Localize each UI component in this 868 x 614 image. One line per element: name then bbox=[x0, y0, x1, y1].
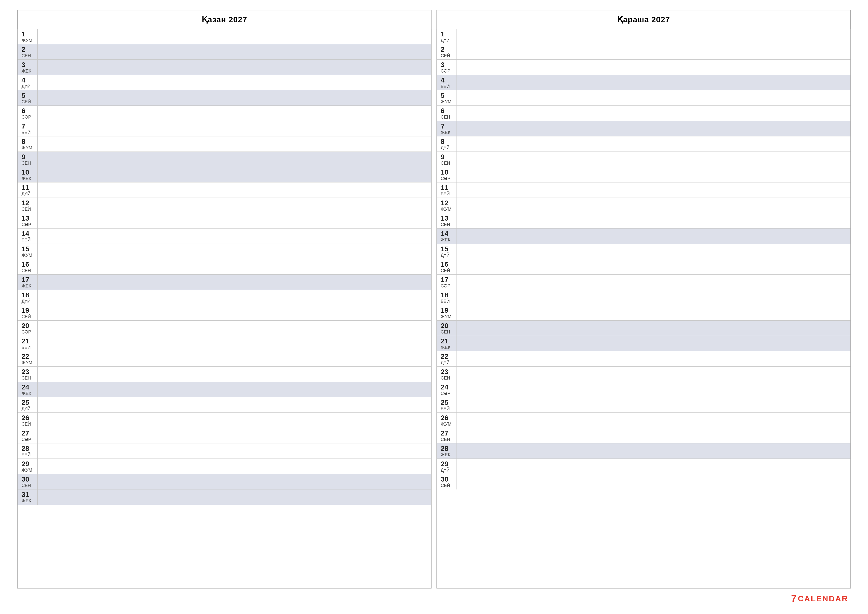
day-number: 12 bbox=[441, 199, 448, 207]
day-number: 7 bbox=[22, 123, 25, 130]
day-number-col: 10СӘР bbox=[437, 167, 457, 182]
day-name: СӘР bbox=[441, 176, 450, 181]
day-row: 8ДҮЙ bbox=[437, 137, 851, 152]
day-name: СӘР bbox=[22, 437, 31, 442]
day-row: 6СӘР bbox=[17, 106, 431, 121]
day-number: 18 bbox=[22, 291, 29, 299]
day-content bbox=[37, 336, 431, 351]
day-name: ДҮЙ bbox=[441, 361, 450, 365]
day-number: 1 bbox=[22, 30, 25, 38]
day-number: 1 bbox=[441, 30, 445, 38]
day-row: 28БЕЙ bbox=[17, 443, 431, 459]
day-name: ЖЕК bbox=[441, 238, 450, 242]
day-number-col: 20СЕН bbox=[437, 320, 457, 336]
day-row: 3ЖЕК bbox=[17, 60, 431, 75]
day-number: 23 bbox=[22, 368, 29, 376]
day-row: 13СЕН bbox=[437, 213, 851, 229]
day-row: 29ЖУМ bbox=[17, 459, 431, 474]
day-row: 10СӘР bbox=[437, 167, 851, 182]
day-row: 25БЕЙ bbox=[437, 397, 851, 413]
day-number: 5 bbox=[441, 92, 445, 99]
day-number-col: 29ЖУМ bbox=[17, 459, 37, 474]
day-name: СЕН bbox=[22, 376, 31, 381]
day-content bbox=[37, 213, 431, 228]
day-name: СЕН bbox=[441, 222, 450, 227]
day-number-col: 5СЕЙ bbox=[17, 90, 37, 106]
day-number: 24 bbox=[441, 384, 448, 391]
day-number: 4 bbox=[22, 76, 25, 84]
day-number: 15 bbox=[22, 246, 29, 253]
day-name: СЕЙ bbox=[441, 483, 450, 488]
day-content bbox=[457, 244, 851, 259]
day-content bbox=[457, 428, 851, 443]
day-row: 17ЖЕК bbox=[17, 275, 431, 290]
day-name: ДҮЙ bbox=[22, 192, 31, 197]
day-row: 30СЕН bbox=[17, 474, 431, 490]
day-content bbox=[37, 137, 431, 152]
day-number-col: 14БЕЙ bbox=[17, 229, 37, 244]
day-name: СӘР bbox=[441, 69, 450, 74]
day-number-col: 7БЕЙ bbox=[17, 121, 37, 136]
day-row: 11БЕЙ bbox=[437, 182, 851, 198]
day-name: ЖУМ bbox=[441, 422, 451, 427]
day-number-col: 18БЕЙ bbox=[437, 290, 457, 305]
day-name: СЕЙ bbox=[22, 99, 31, 104]
day-row: 24СӘР bbox=[437, 382, 851, 397]
day-number-col: 12ЖУМ bbox=[437, 198, 457, 213]
day-row: 5ЖУМ bbox=[437, 90, 851, 106]
day-content bbox=[457, 351, 851, 367]
day-content bbox=[37, 459, 431, 474]
day-row: 16СЕЙ bbox=[437, 259, 851, 275]
day-name: ДҮЙ bbox=[22, 299, 31, 304]
day-content bbox=[457, 60, 851, 75]
day-row: 15ДҮЙ bbox=[437, 244, 851, 259]
day-name: БЕЙ bbox=[441, 299, 450, 304]
day-number-col: 31ЖЕК bbox=[17, 490, 37, 505]
day-number-col: 28БЕЙ bbox=[17, 443, 37, 459]
day-row: 26ЖУМ bbox=[437, 413, 851, 428]
day-name: ЖЕК bbox=[22, 176, 31, 181]
day-number-col: 6СӘР bbox=[17, 106, 37, 121]
day-number: 22 bbox=[22, 353, 29, 361]
day-row: 6СЕН bbox=[437, 106, 851, 121]
day-number: 21 bbox=[441, 337, 448, 345]
day-row: 13СӘР bbox=[17, 213, 431, 229]
day-number-col: 2СЕЙ bbox=[437, 44, 457, 59]
day-number-col: 25БЕЙ bbox=[437, 397, 457, 412]
day-number: 18 bbox=[441, 291, 448, 299]
day-row: 4БЕЙ bbox=[437, 75, 851, 90]
day-name: БЕЙ bbox=[22, 345, 31, 350]
day-name: ЖЕК bbox=[441, 130, 450, 135]
day-number: 17 bbox=[441, 276, 448, 284]
day-number: 10 bbox=[22, 169, 29, 176]
day-row: 19ЖУМ bbox=[437, 305, 851, 320]
day-number-col: 30СЕН bbox=[17, 474, 37, 489]
day-name: ЖЕК bbox=[22, 284, 31, 289]
day-row: 22ДҮЙ bbox=[437, 351, 851, 367]
day-number-col: 9СЕЙ bbox=[437, 152, 457, 167]
day-row: 7ЖЕК bbox=[437, 121, 851, 137]
day-number: 27 bbox=[441, 429, 448, 437]
day-number: 30 bbox=[441, 476, 448, 483]
day-number-col: 20СӘР bbox=[17, 320, 37, 336]
day-number-col: 17СӘР bbox=[437, 275, 457, 290]
day-number-col: 8ДҮЙ bbox=[437, 137, 457, 152]
day-name: ЖУМ bbox=[22, 38, 32, 43]
day-content bbox=[37, 259, 431, 274]
day-number-col: 15ЖУМ bbox=[17, 244, 37, 259]
day-content bbox=[37, 490, 431, 505]
day-number: 14 bbox=[441, 230, 448, 238]
day-name: ЖУМ bbox=[22, 253, 32, 258]
day-number: 13 bbox=[441, 215, 448, 222]
day-content bbox=[457, 198, 851, 213]
day-content bbox=[457, 229, 851, 244]
calendars-row: Қазан 20271ЖУМ2СЕН3ЖЕК4ДҮЙ5СЕЙ6СӘР7БЕЙ8Ж… bbox=[15, 10, 853, 589]
day-number: 5 bbox=[22, 92, 25, 99]
day-number: 15 bbox=[441, 246, 448, 253]
day-name: ДҮЙ bbox=[441, 253, 450, 258]
day-content bbox=[37, 305, 431, 320]
day-row: 7БЕЙ bbox=[17, 121, 431, 137]
day-name: ЖЕК bbox=[22, 69, 31, 74]
day-number-col: 27СЕН bbox=[437, 428, 457, 443]
day-number-col: 16СЕН bbox=[17, 259, 37, 274]
